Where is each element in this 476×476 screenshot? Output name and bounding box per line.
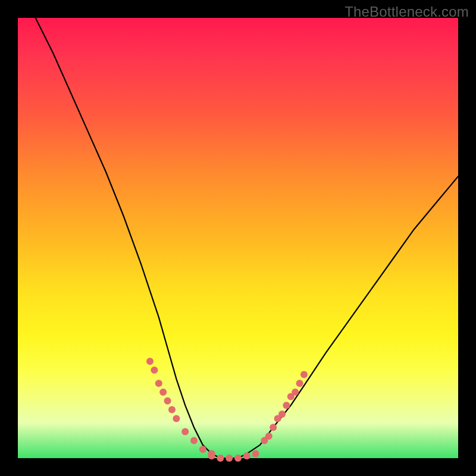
data-point: [283, 402, 290, 409]
data-point: [278, 411, 286, 418]
data-point: [173, 415, 180, 422]
data-point: [146, 358, 154, 365]
data-point: [300, 371, 308, 378]
bottleneck-curve: [36, 18, 458, 458]
data-point: [234, 455, 242, 462]
data-point: [155, 380, 162, 387]
data-point: [226, 455, 233, 462]
data-point: [164, 397, 171, 405]
data-point: [296, 380, 303, 387]
chart-frame: TheBottleneck.com: [0, 0, 476, 476]
data-point: [199, 446, 206, 453]
data-point: [243, 452, 250, 459]
data-point: [168, 406, 176, 414]
watermark-text: TheBottleneck.com: [345, 4, 469, 20]
data-point: [181, 428, 189, 436]
data-markers: [146, 358, 308, 462]
data-point: [292, 389, 299, 396]
data-point: [151, 367, 158, 374]
data-point: [252, 450, 259, 458]
data-point: [208, 452, 215, 459]
data-point: [265, 433, 273, 440]
chart-overlay: [18, 18, 458, 458]
data-point: [217, 455, 224, 462]
data-point: [270, 424, 277, 431]
data-point: [159, 389, 167, 396]
data-point: [190, 437, 198, 444]
